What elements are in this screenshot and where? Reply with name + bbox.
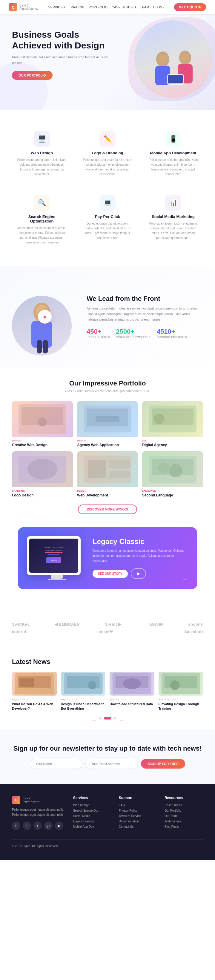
social-icon-linkedin[interactable]: in (12, 821, 20, 830)
nav-links: SERVICES ▾ PRICING PORTFOLIO CASE STUDIE… (48, 5, 164, 9)
footer-link-faq[interactable]: FAQ (119, 803, 157, 807)
nav-pricing[interactable]: PRICING (71, 5, 84, 9)
portfolio-item-second-language[interactable]: LANGUAGE Second Language (142, 451, 203, 497)
nav-case-studies[interactable]: CASE STUDIES (112, 5, 136, 9)
footer-description: Pellentesque eget neque sit amet nulla. … (12, 807, 66, 817)
footer-services-col: Services Web Design Search Engine Opt. S… (73, 796, 112, 830)
newsletter-submit-button[interactable]: SIGN UP FOR FREE (141, 759, 185, 768)
portfolio-img-1 (12, 401, 73, 437)
lead-content: We Lead from the Front Aenean consectetu… (87, 295, 203, 339)
legacy-cta-secondary[interactable]: ▶ (131, 568, 146, 579)
nav-logo[interactable]: C CYNIC Digital Agency (9, 3, 38, 11)
legacy-cta-primary[interactable]: SEE OUR STORY (93, 570, 128, 578)
service-desc-mobile: Pellentesque and pharetra felis. Nam vol… (148, 158, 199, 177)
footer-copyright: © 2019 Cynic. All Rights Reserved. (12, 845, 58, 848)
portfolio-item-digital-agency[interactable]: SEO Digital Agency (142, 401, 203, 447)
svg-rect-35 (19, 678, 34, 687)
portfolio-item-logo-design[interactable]: BRANDING Logo Design (12, 451, 73, 497)
news-dot-3[interactable] (114, 717, 116, 719)
stat-label-running: RUNNING PROJECTS (157, 336, 187, 339)
footer-link-social-media[interactable]: Social Media (73, 815, 112, 818)
footer-link-seo[interactable]: Search Engine Opt. (73, 809, 112, 812)
news-date-2: August 7, 2019 (61, 698, 106, 701)
footer-link-web-design[interactable]: Web Design (73, 803, 112, 807)
legacy-title: Legacy Classic (93, 538, 188, 546)
portfolio-item-agency-app[interactable]: DESIGN Agency Web Application (77, 401, 138, 447)
monitor-base (48, 579, 66, 580)
news-dot-1[interactable] (99, 717, 101, 719)
news-card-1[interactable]: August 5, 2019 What Do You Do As A Web D… (12, 672, 57, 711)
footer-link-logo[interactable]: Logo & Branding (73, 820, 112, 823)
monitor-frame: Appear in the 1st Place of the Search Re… (27, 536, 81, 575)
social-icon-facebook[interactable]: f (23, 821, 31, 830)
portfolio-name-3: Digital Agency (142, 443, 203, 447)
brands-row-2: autorid unicef❤ SalesLoft (12, 630, 203, 634)
svg-point-16 (38, 417, 47, 426)
lead-image (12, 278, 77, 356)
footer-link-terms[interactable]: Terms of Service (119, 815, 157, 818)
legacy-buttons: SEE OUR STORY ▶ (93, 568, 188, 579)
logo-icon: C (9, 3, 17, 11)
news-card-2[interactable]: August 7, 2019 Design is Not a Departmen… (61, 672, 106, 711)
footer-link-testimonials[interactable]: Testimonials (164, 820, 203, 823)
legacy-monitor: Appear in the 1st Place of the Search Re… (27, 536, 87, 580)
footer-link-contact[interactable]: Contact Us (119, 825, 157, 828)
service-card-seo: 🔍 Search Engine Optimization Morbi quam … (12, 189, 72, 251)
service-card-logo: ✏️ Logo & Branding Pellentesque and phar… (77, 125, 138, 183)
footer-support-heading: Support (119, 796, 157, 800)
news-arrow-next[interactable]: → (118, 717, 123, 724)
svg-rect-19 (96, 416, 119, 422)
news-navigation: ← → (12, 717, 203, 724)
svg-point-31 (169, 464, 182, 477)
service-title-seo: Search Engine Optimization (16, 215, 67, 223)
brand-embraer: ◀ EMBRAER (55, 622, 80, 627)
newsletter-name-input[interactable] (30, 759, 82, 769)
news-date-4: August 11, 2019 (158, 698, 203, 701)
footer-socials: in f t g+ ▶ (12, 821, 66, 830)
portfolio-item-web-dev[interactable]: DESIGN Web Development (77, 451, 138, 497)
portfolio-tag-5: DESIGN (77, 490, 138, 492)
footer-link-privacy[interactable]: Privacy Policy (119, 809, 157, 812)
news-title-4: Elevating Design Through Training (158, 702, 203, 711)
news-grid: August 5, 2019 What Do You Do As A Web D… (12, 672, 203, 711)
svg-rect-13 (43, 340, 48, 353)
portfolio-cta-button[interactable]: DISCOVER MORE WORKS (78, 504, 138, 514)
footer-link-blog[interactable]: Blog Posts (164, 825, 203, 828)
footer-link-docs[interactable]: Documentation (119, 820, 157, 823)
services-section: 🖥️ Web Design Pellentesque and pharetra … (0, 110, 215, 266)
brand-shopify: shopify (188, 622, 203, 627)
svg-point-5 (181, 52, 189, 62)
news-arrow-prev[interactable]: ← (92, 717, 97, 724)
footer-link-case-studies[interactable]: Case Studies (164, 803, 203, 807)
nav-blog[interactable]: BLOG ▾ (153, 5, 164, 9)
brand-swiftkey: SwiftKey (12, 622, 30, 627)
nav-portfolio[interactable]: PORTFOLIO (89, 5, 108, 9)
footer-link-mobile[interactable]: Mobile App Dev. (73, 825, 112, 828)
svg-rect-8 (165, 84, 186, 86)
svg-point-41 (123, 678, 141, 689)
news-img-4 (158, 672, 203, 695)
nav-services[interactable]: SERVICES ▾ (48, 5, 66, 9)
nav-team[interactable]: TEAM (140, 5, 149, 9)
news-img-3 (110, 672, 154, 695)
newsletter-email-input[interactable] (85, 759, 138, 769)
stat-projects-completed: 2500+ PROJECTS COMPLETED (116, 328, 151, 339)
service-card-ppc: 💻 Pay-Per-Click Donec et quam blandit to… (77, 189, 138, 251)
lead-description: Aenean consectetur molestie sem est volu… (87, 305, 203, 322)
service-card-web-design: 🖥️ Web Design Pellentesque and pharetra … (12, 125, 72, 183)
social-icon-youtube[interactable]: ▶ (55, 821, 63, 830)
play-button[interactable] (38, 310, 52, 324)
news-card-4[interactable]: August 11, 2019 Elevating Design Through… (158, 672, 203, 711)
svg-rect-26 (88, 460, 106, 478)
footer-link-portfolio[interactable]: Our Portfolio (164, 809, 203, 812)
portfolio-tag-2: DESIGN (77, 439, 138, 442)
social-icon-twitter[interactable]: t (33, 821, 42, 830)
portfolio-cta-area: DISCOVER MORE WORKS (12, 504, 203, 514)
nav-cta-button[interactable]: GET A QUOTE (174, 3, 206, 11)
portfolio-tag-1: DESIGN (12, 439, 73, 442)
social-icon-googleplus[interactable]: g+ (44, 821, 52, 830)
footer-link-team[interactable]: Our Team (164, 815, 203, 818)
portfolio-item-creative-web[interactable]: DESIGN Creative Web Design (12, 401, 73, 447)
news-dot-2[interactable] (104, 717, 111, 719)
news-card-3[interactable]: August 9, 2019 How to add Structured Dat… (110, 672, 154, 711)
